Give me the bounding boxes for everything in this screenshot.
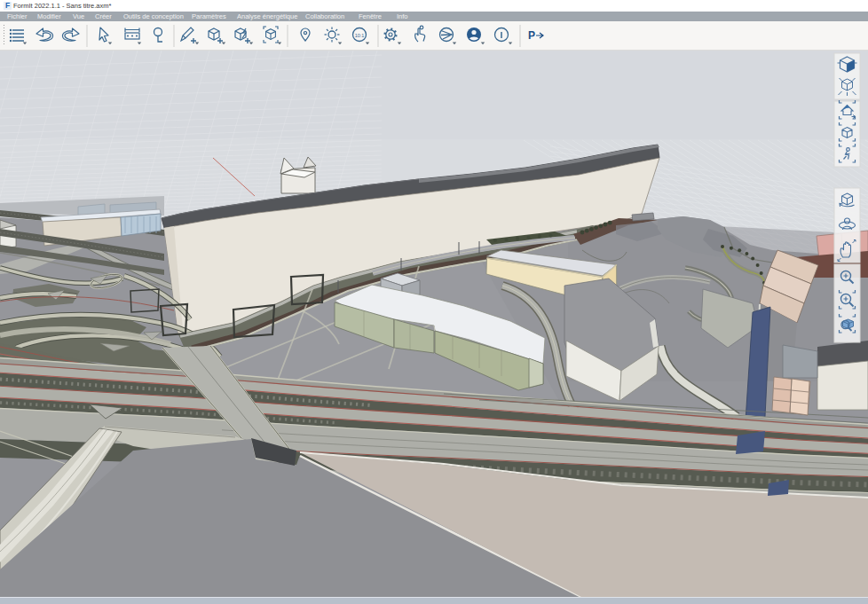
svg-text:P: P [528,29,535,42]
svg-text:10:1: 10:1 [355,33,365,38]
